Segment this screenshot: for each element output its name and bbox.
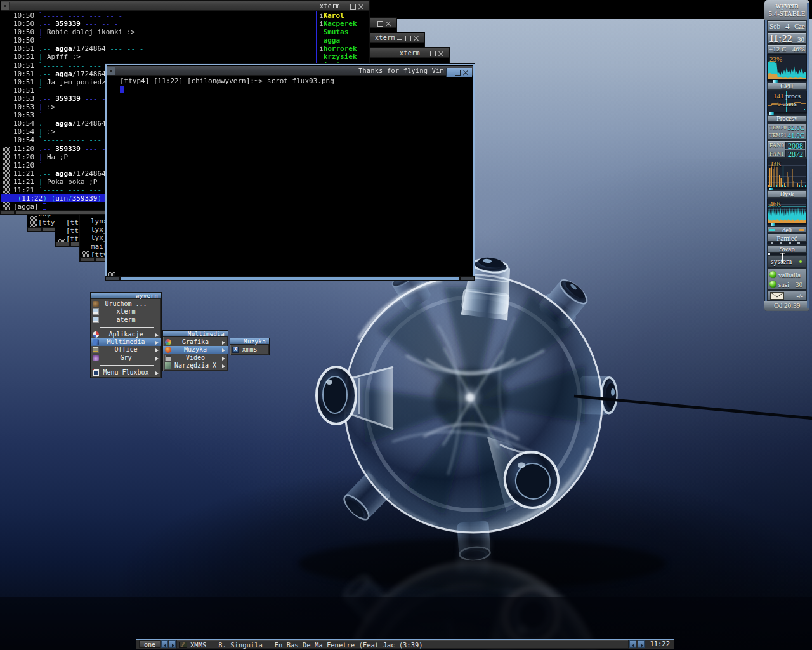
menu-item-xterm[interactable]: xterm — [91, 308, 161, 315]
window-vim[interactable]: Thanks for flying Vim [ttyp4] [11:22] [c… — [105, 63, 475, 281]
stick-button[interactable] — [1, 2, 10, 10]
toolbar-clock: 11:22 — [646, 639, 674, 649]
grip-left[interactable] — [106, 277, 119, 280]
disk-chart: 33K — [767, 159, 807, 188]
menu-item-aplikacje[interactable]: Aplikacje — [91, 331, 161, 338]
taskbar-window-entry[interactable]: XMMS - 8. Singuila - En Bas De Ma Fenetr… — [176, 640, 629, 649]
menu-item-label: Video — [186, 354, 205, 361]
terminal-icon — [93, 308, 99, 315]
next-window-button[interactable] — [638, 640, 645, 648]
menu-item-label: Muzyka — [184, 346, 207, 353]
procs-label: procs — [785, 92, 801, 100]
maximize-button[interactable] — [377, 20, 383, 27]
close-button[interactable] — [462, 69, 469, 76]
maximize-button[interactable] — [350, 3, 356, 10]
temp1-value: 41.0C — [787, 131, 804, 140]
prev-workspace-button[interactable] — [161, 640, 168, 648]
menu-item-uruchom-[interactable]: Uruchom ... — [91, 300, 161, 308]
grip-left[interactable] — [56, 242, 69, 246]
minimize-button[interactable] — [396, 35, 403, 41]
games-icon — [93, 355, 99, 361]
user-count: 6 — [777, 100, 781, 107]
date-num: 4 — [785, 21, 790, 32]
prev-window-button[interactable] — [629, 640, 636, 648]
menu-item-narz-dzia-x[interactable]: Narzędzia X — [163, 362, 228, 369]
menu-item-muzyka[interactable]: Muzyka — [163, 346, 228, 354]
close-button[interactable] — [385, 20, 391, 27]
host2-value: 30 — [796, 280, 802, 289]
net-interface-panel: de0 — [767, 227, 807, 233]
next-workspace-button[interactable] — [169, 640, 176, 648]
fan-panel: FAN0 2008 FAN1 2872 — [767, 140, 807, 158]
close-button[interactable] — [358, 3, 364, 10]
submenu-arrow-icon — [155, 371, 159, 375]
terminal-icon — [93, 317, 99, 323]
swap-krell — [767, 253, 807, 255]
maximize-button[interactable] — [429, 50, 436, 56]
menu-item-multimedia[interactable]: Multimedia — [91, 338, 161, 346]
resize-handle[interactable] — [105, 276, 475, 281]
apps-icon — [93, 331, 99, 338]
fs-led — [799, 260, 802, 263]
cpu-percent: 23% — [769, 55, 782, 63]
menu-item-gry[interactable]: Gry — [91, 354, 161, 362]
menu-title: Multimedia — [163, 331, 228, 337]
grip-right[interactable] — [461, 277, 474, 280]
menu-item-aterm[interactable]: aterm — [91, 316, 161, 324]
stick-button[interactable] — [107, 67, 115, 75]
xmms-icon — [232, 347, 239, 353]
close-button[interactable] — [413, 35, 419, 41]
proc-chart: 141 procs 6 users — [767, 91, 807, 112]
hostname: wyvern — [764, 0, 809, 10]
menu-item-label: aterm — [116, 316, 135, 323]
titlebar[interactable]: xterm — [1, 1, 369, 11]
office-icon — [93, 347, 99, 353]
music-icon — [165, 347, 171, 353]
window-title: xterm — [375, 33, 395, 43]
menu-item-office[interactable]: Office — [91, 346, 161, 354]
memory-panel: Pamięć — [767, 234, 807, 242]
disk-button[interactable]: Dysk — [767, 190, 807, 198]
taskbar-window-title: XMMS - 8. Singuila - En Bas De Ma Fenetr… — [190, 640, 423, 649]
gkrellm-monitor[interactable]: wyvern 5.4-STABLE Sob 4 Cze 11:22 30 +12… — [764, 0, 809, 311]
menu-item-menu-fluxbox[interactable]: Menu Fluxbox — [91, 369, 161, 376]
menu-item-grafika[interactable]: Grafika — [163, 338, 228, 346]
desktop: xterm ch$[ttyp xterm [ttyp[ttyp[ttyp — [0, 0, 812, 650]
host-led — [769, 281, 776, 288]
titlebar-buttons — [446, 68, 472, 77]
menu-item-video[interactable]: Video — [163, 354, 228, 362]
memory-krell — [767, 242, 807, 244]
net-rate: 46K — [769, 200, 782, 208]
minimize-button[interactable] — [341, 3, 348, 10]
processes-button[interactable]: Procesy — [767, 115, 807, 122]
workspace-label[interactable]: one — [139, 640, 160, 648]
fluxbox-toolbar[interactable]: one XMMS - 8. Singuila - En Bas De Ma Fe… — [136, 639, 674, 649]
menu-items: xmms — [230, 345, 269, 355]
fan0-value: 2008 — [785, 142, 805, 149]
grip-left[interactable] — [1, 211, 14, 214]
terminal-lines: [ttyp4] [11:22] [chilon@wyvern]:~> scrot… — [107, 77, 473, 276]
minimize-button[interactable] — [421, 50, 428, 56]
close-button[interactable] — [438, 50, 444, 56]
handle-bar[interactable] — [121, 277, 459, 280]
grip-left[interactable] — [81, 258, 94, 261]
host2-name: susi — [778, 280, 789, 289]
menu-items: Uruchom ...xtermatermAplikacjeMultimedia… — [91, 299, 161, 378]
menu-item-label: Menu Fluxbox — [103, 369, 148, 376]
maximize-button[interactable] — [454, 69, 461, 76]
maximize-button[interactable] — [405, 35, 411, 41]
hosts-panel: valhalla susi 30 — [767, 268, 807, 290]
grip-left[interactable] — [28, 228, 41, 231]
menu-item-xmms[interactable]: xmms — [230, 346, 269, 354]
cpu-chart: 23% — [767, 54, 807, 80]
terminal-content[interactable]: [ttyp4] [11:22] [chilon@wyvern]:~> scrot… — [107, 77, 473, 276]
contact-list[interactable]: iKaroliKacperek Smutas aggaihorrorek krz… — [319, 11, 357, 70]
host-led — [769, 271, 776, 278]
muzyka-submenu: Muzyka xmms — [230, 338, 270, 355]
submenu-arrow-icon — [155, 357, 159, 361]
titlebar[interactable]: Thanks for flying Vim — [107, 66, 473, 76]
humidity: 46% — [792, 45, 805, 53]
cpu-button[interactable]: CPU — [767, 83, 807, 90]
window-title: xterm — [320, 1, 340, 11]
minimize-button[interactable] — [446, 69, 452, 76]
